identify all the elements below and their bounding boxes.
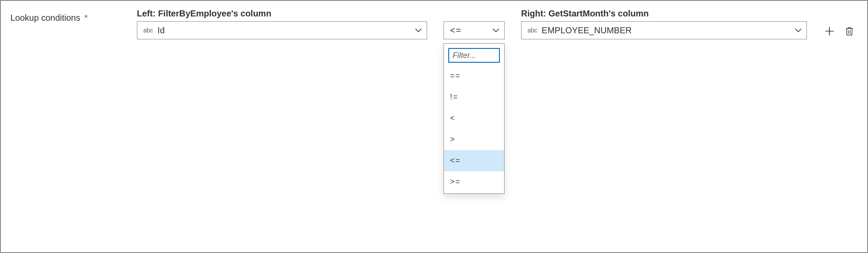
right-type-tag: abc xyxy=(528,27,538,34)
operator-filter-wrap xyxy=(444,44,504,65)
condition-row: Lookup conditions * Left: FilterByEmploy… xyxy=(10,9,858,39)
operator-option[interactable]: < xyxy=(444,108,504,129)
chevron-down-icon xyxy=(415,26,422,34)
right-column-field: Right: GetStartMonth's column abc EMPLOY… xyxy=(521,9,807,39)
section-label-text: Lookup conditions xyxy=(10,13,80,22)
chevron-down-icon xyxy=(794,26,802,34)
operator-value: <= xyxy=(450,26,488,35)
delete-condition-button[interactable] xyxy=(843,25,855,37)
left-column-combo[interactable]: abc Id xyxy=(137,21,427,39)
operator-filter-input[interactable] xyxy=(448,48,500,63)
operator-option[interactable]: != xyxy=(444,86,504,108)
operator-option[interactable]: > xyxy=(444,129,504,150)
section-label: Lookup conditions * xyxy=(10,9,123,23)
operator-option[interactable]: >= xyxy=(444,171,504,192)
operator-combo[interactable]: <= xyxy=(444,21,505,39)
add-condition-button[interactable] xyxy=(823,25,836,37)
row-actions xyxy=(823,9,855,37)
operator-dropdown: ==!=<><=>= xyxy=(444,43,505,194)
right-column-combo[interactable]: abc EMPLOYEE_NUMBER xyxy=(521,21,807,39)
left-column-value: Id xyxy=(158,26,410,35)
trash-icon xyxy=(844,26,855,36)
operator-options-list: ==!=<><=>= xyxy=(444,65,504,192)
right-column-value: EMPLOYEE_NUMBER xyxy=(542,26,790,35)
right-column-label: Right: GetStartMonth's column xyxy=(521,9,807,19)
lookup-conditions-panel: Lookup conditions * Left: FilterByEmploy… xyxy=(0,0,868,253)
plus-icon xyxy=(824,26,835,37)
chevron-down-icon xyxy=(492,26,500,34)
left-column-field: Left: FilterByEmployee's column abc Id xyxy=(137,9,427,39)
operator-option[interactable]: == xyxy=(444,65,504,86)
required-marker: * xyxy=(84,13,88,22)
operator-label-spacer xyxy=(444,9,505,19)
operator-field: <= ==!=<><=>= xyxy=(444,9,505,39)
left-column-label: Left: FilterByEmployee's column xyxy=(137,9,427,19)
left-type-tag: abc xyxy=(143,27,153,34)
operator-option[interactable]: <= xyxy=(444,150,504,171)
fields: Left: FilterByEmployee's column abc Id <… xyxy=(137,9,858,39)
